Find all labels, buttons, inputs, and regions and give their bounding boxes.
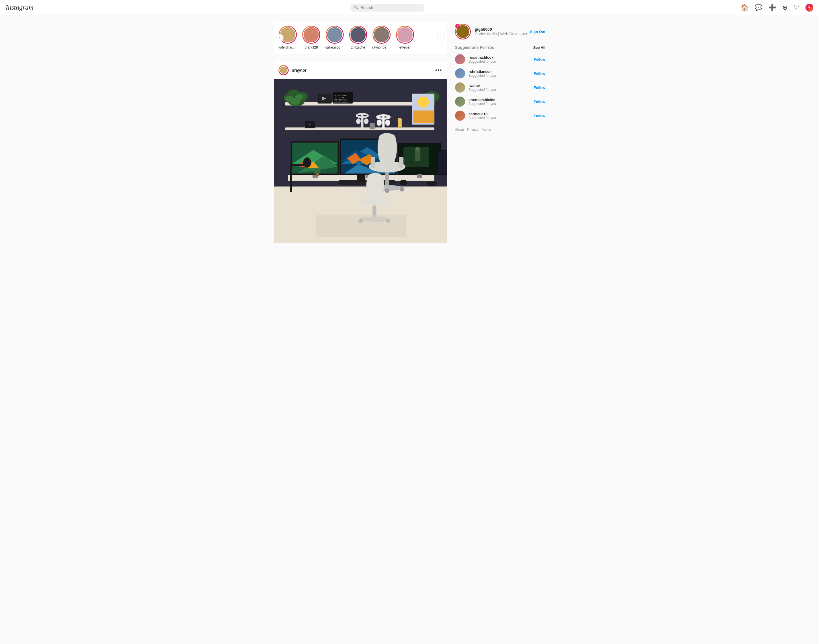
story-item[interactable]: callie.nicolas	[325, 26, 344, 49]
story-avatar-ring	[396, 26, 414, 44]
suggestion-username: carmella13	[469, 112, 496, 116]
svg-rect-68	[417, 175, 422, 178]
suggestion-item: rchristiansen Suggested for you Follow	[455, 68, 545, 78]
suggestion-sub: Suggested for you	[469, 74, 496, 78]
stories-next-button[interactable]: ›	[437, 34, 444, 41]
post-image-svg: IT'S NOT WHAT YOU KNOW IT'S WHAT YOU DO …	[274, 79, 447, 243]
story-avatar-ring	[302, 26, 320, 44]
suggestions-title: Suggestions For You	[455, 45, 495, 50]
sidebar-user-info: gigo6000 Carlos Mafia | Web Developer	[475, 27, 527, 36]
suggestion-info: carmella13 Suggested for you	[469, 112, 496, 120]
story-username: znitzsche	[351, 46, 365, 49]
suggestion-left: carmella13 Suggested for you	[455, 110, 496, 121]
messenger-icon[interactable]: 💬	[754, 4, 762, 11]
story-avatar	[373, 26, 390, 43]
sidebar-fullname: Carlos Mafia | Web Developer	[475, 32, 527, 36]
add-post-icon[interactable]: ➕	[768, 4, 776, 11]
story-avatar-ring	[372, 26, 390, 44]
svg-point-63	[415, 147, 419, 152]
svg-point-88	[426, 181, 437, 186]
story-username: eweber	[400, 46, 410, 49]
follow-button[interactable]: Follow	[534, 100, 545, 104]
svg-point-70	[400, 180, 407, 186]
follow-button[interactable]: Follow	[534, 86, 545, 90]
suggestion-avatar[interactable]	[455, 97, 465, 107]
story-avatar	[350, 26, 366, 43]
search-input[interactable]	[361, 5, 421, 10]
post-username: sraynor	[292, 68, 306, 72]
search-bar[interactable]: 🔍	[350, 4, 424, 12]
post-avatar	[279, 66, 288, 75]
story-avatar	[303, 26, 320, 43]
post-container: sraynor •••	[274, 61, 447, 243]
profile-nav-avatar[interactable]: G	[805, 4, 813, 12]
suggestions-header: Suggestions For You See All	[455, 45, 545, 50]
post-more-button[interactable]: •••	[435, 67, 442, 74]
footer-about-link[interactable]: About	[455, 127, 464, 132]
svg-point-26	[356, 118, 361, 124]
suggestion-username: sherman.hickle	[469, 98, 496, 102]
suggestion-item: lwalter Suggested for you Follow	[455, 83, 545, 92]
search-icon: 🔍	[354, 5, 358, 9]
story-username: kaleigh.oke...	[278, 46, 297, 49]
post-user-info[interactable]: sraynor	[278, 65, 306, 75]
sidebar-profile-left: 5 gigo6000 Carlos Mafia | Web Developer	[455, 24, 527, 40]
footer-terms-link[interactable]: Terms	[482, 127, 491, 132]
home-icon[interactable]: 🏠	[741, 4, 748, 11]
footer-privacy-link[interactable]: Privacy	[467, 127, 478, 132]
svg-point-30	[377, 120, 382, 126]
stories-container: ‹ kaleigh.oke... brandt28	[274, 21, 447, 54]
suggestion-avatar-circle	[455, 83, 465, 92]
svg-point-35	[417, 97, 429, 108]
suggestion-avatar-circle	[455, 110, 465, 121]
feed-column: ‹ kaleigh.oke... brandt28	[274, 21, 447, 250]
suggestion-sub: Suggested for you	[469, 60, 496, 63]
story-item[interactable]: eweber	[396, 26, 414, 49]
main-layout: ‹ kaleigh.oke... brandt28	[0, 0, 819, 250]
stories-prev-button[interactable]: ‹	[276, 34, 284, 41]
suggestion-sub: Suggested for you	[469, 88, 496, 92]
post-image: IT'S NOT WHAT YOU KNOW IT'S WHAT YOU DO …	[274, 79, 447, 243]
suggestion-sub: Suggested for you	[469, 102, 496, 106]
svg-text:IT'S WHAT YOU: IT'S WHAT YOU	[334, 99, 347, 101]
svg-text:IT'S NOT WHAT: IT'S NOT WHAT	[334, 95, 347, 96]
svg-rect-40	[370, 123, 375, 129]
svg-rect-76	[371, 157, 375, 168]
suggestion-info: lwalter Suggested for you	[469, 84, 496, 92]
suggestion-avatar[interactable]	[455, 68, 465, 78]
suggestion-avatar[interactable]	[455, 83, 465, 92]
story-item[interactable]: brandt28	[302, 26, 320, 49]
suggestion-info: sherman.hickle Suggested for you	[469, 98, 496, 106]
suggestion-left: rosanna.block Suggested for you	[455, 54, 496, 64]
story-username: raynor.derrick	[372, 46, 391, 49]
suggestion-left: lwalter Suggested for you	[455, 83, 496, 92]
post-header: sraynor •••	[274, 61, 447, 79]
sidebar-footer: About Privacy Terms	[455, 127, 545, 132]
story-item[interactable]: raynor.derrick	[372, 26, 391, 49]
sign-out-button[interactable]: Sign Out	[530, 30, 545, 34]
sidebar-avatar-ring[interactable]: 5	[455, 24, 471, 40]
follow-button[interactable]: Follow	[534, 114, 545, 118]
svg-point-74	[303, 158, 311, 168]
suggestion-avatar[interactable]	[455, 54, 465, 64]
story-username: callie.nicolas	[325, 46, 344, 49]
suggestion-info: rosanna.block Suggested for you	[469, 55, 496, 63]
follow-button[interactable]: Follow	[534, 57, 545, 61]
suggestion-avatar-circle	[455, 97, 465, 107]
svg-point-11	[295, 94, 303, 100]
suggestion-item: carmella13 Suggested for you Follow	[455, 110, 545, 121]
suggestion-avatar[interactable]	[455, 110, 465, 121]
story-item[interactable]: znitzsche	[349, 26, 367, 49]
svg-point-82	[385, 189, 389, 193]
see-all-button[interactable]: See All	[533, 46, 545, 50]
suggestion-item: rosanna.block Suggested for you Follow	[455, 54, 545, 64]
svg-point-39	[308, 123, 312, 126]
svg-rect-91	[316, 215, 406, 237]
explore-icon[interactable]: ⊕	[782, 4, 787, 11]
suggestion-left: rchristiansen Suggested for you	[455, 68, 496, 78]
sidebar-username: gigo6000	[475, 27, 527, 32]
heart-icon[interactable]: ♡	[794, 4, 799, 11]
follow-button[interactable]: Follow	[534, 71, 545, 76]
svg-rect-71	[357, 175, 366, 181]
svg-point-33	[398, 118, 402, 123]
